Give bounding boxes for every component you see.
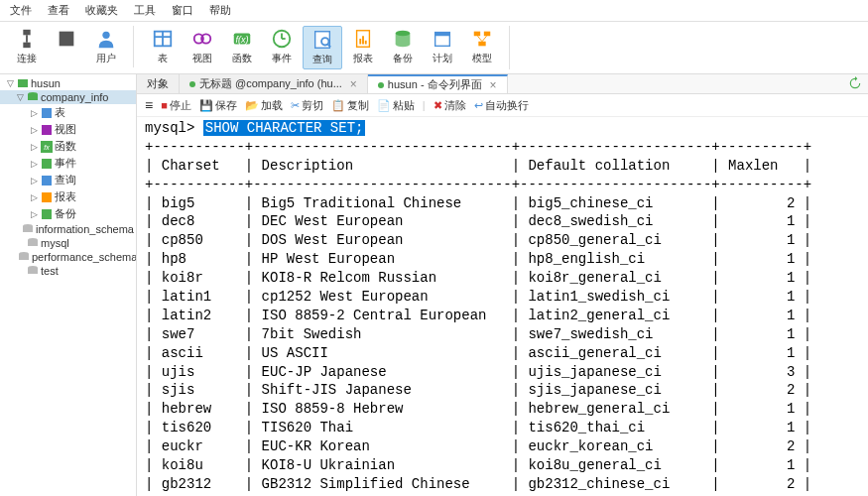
toolbar-table-button[interactable]: 表 xyxy=(144,26,182,69)
user-icon xyxy=(95,28,117,50)
database-test[interactable]: test xyxy=(0,264,136,278)
sql-prompt-line: mysql> SHOW CHARACTER SET; xyxy=(145,119,860,138)
tree-label: performance_schema xyxy=(32,251,137,263)
qt-加载-button[interactable]: 📂加载 xyxy=(245,98,283,113)
toolbar-newquery-button[interactable] xyxy=(48,26,85,67)
expand-arrow-icon: ▷ xyxy=(30,159,39,169)
database-performance_schema[interactable]: performance_schema xyxy=(0,250,136,264)
qt-icon: 📋 xyxy=(331,99,345,112)
query-toolbar: ≡■停止💾保存📂加载✂剪切📋复制📄粘贴|✖清除↩自动换行 xyxy=(137,94,868,117)
db-folder-query[interactable]: ▷查询 xyxy=(0,172,136,188)
tree-label: 函数 xyxy=(55,139,76,154)
db-folder-view[interactable]: ▷视图 xyxy=(0,121,136,138)
toolbar-report-button[interactable]: 报表 xyxy=(344,26,382,69)
table-icon xyxy=(152,28,174,50)
toolbar-query-button[interactable]: 查询 xyxy=(303,26,342,69)
database-mysql[interactable]: mysql xyxy=(0,236,136,250)
qt-清除-button[interactable]: ✖清除 xyxy=(434,98,466,113)
main-toolbar: 连接用户表视图f(x)函数事件查询报表备份计划模型 xyxy=(0,22,868,74)
tree-label: mysql xyxy=(41,237,69,249)
content-area: 对象无标题 @company_info (hu...×husun - 命令列界面… xyxy=(137,74,868,496)
toolbar-model-button[interactable]: 模型 xyxy=(463,26,501,69)
tree-label: company_info xyxy=(41,91,109,103)
toolbar-label: 用户 xyxy=(96,52,116,65)
toolbar-label: 连接 xyxy=(17,52,37,65)
schedule-icon xyxy=(432,28,453,50)
connection-node[interactable]: ▽husun xyxy=(0,76,136,90)
tree-icon xyxy=(41,175,53,186)
qt-复制-button[interactable]: 📋复制 xyxy=(331,98,369,113)
database-information_schema[interactable]: information_schema xyxy=(0,222,136,236)
db-folder-table[interactable]: ▷表 xyxy=(0,104,136,121)
svg-rect-33 xyxy=(42,108,52,118)
toolbar-connect-button[interactable]: 连接 xyxy=(8,26,46,67)
toolbar-label: 模型 xyxy=(472,52,492,65)
toolbar-backup-button[interactable]: 备份 xyxy=(384,26,422,69)
close-icon[interactable]: × xyxy=(490,78,497,92)
expand-arrow-icon: ▷ xyxy=(30,192,39,202)
qt-icon: ✂ xyxy=(291,99,300,112)
svg-rect-42 xyxy=(23,226,33,232)
tree-label: 事件 xyxy=(55,156,76,171)
sidebar: ▽husun▽company_info▷表▷视图▷fx函数▷事件▷查询▷报表▷备… xyxy=(0,74,137,496)
svg-marker-49 xyxy=(855,76,857,81)
qt-icon: ■ xyxy=(161,99,168,111)
close-icon[interactable]: × xyxy=(350,77,357,91)
tree-label: test xyxy=(41,265,59,277)
db-folder-report[interactable]: ▷报表 xyxy=(0,188,136,205)
toolbar-event-button[interactable]: 事件 xyxy=(263,26,301,69)
tree-icon xyxy=(27,91,39,103)
menu-收藏夹[interactable]: 收藏夹 xyxy=(85,3,118,18)
qt-剪切-button[interactable]: ✂剪切 xyxy=(291,98,323,113)
svg-text:f(x): f(x) xyxy=(235,35,248,45)
db-folder-backup[interactable]: ▷备份 xyxy=(0,205,136,222)
svg-rect-32 xyxy=(28,94,38,100)
tree-icon: fx xyxy=(41,141,53,153)
qt-label: 自动换行 xyxy=(485,98,529,113)
tab-2[interactable]: husun - 命令列界面× xyxy=(368,74,508,93)
qt-自动换行-button[interactable]: ↩自动换行 xyxy=(474,98,529,113)
db-folder-event[interactable]: ▷事件 xyxy=(0,155,136,172)
toolbar-function-button[interactable]: f(x)函数 xyxy=(223,26,261,69)
svg-rect-40 xyxy=(42,209,52,219)
expand-arrow-icon: ▷ xyxy=(30,209,39,219)
toolbar-label: 函数 xyxy=(232,52,252,65)
tree-icon xyxy=(41,191,53,203)
database-node[interactable]: ▽company_info xyxy=(0,90,136,104)
toolbar-label: 事件 xyxy=(272,52,292,65)
toolbar-label: 报表 xyxy=(353,52,373,65)
refresh-button[interactable] xyxy=(842,74,868,93)
model-icon xyxy=(471,28,493,50)
menu-查看[interactable]: 查看 xyxy=(48,3,69,18)
qt-保存-button[interactable]: 💾保存 xyxy=(199,98,237,113)
qt-icon: ↩ xyxy=(474,99,483,112)
menu-帮助[interactable]: 帮助 xyxy=(209,3,231,18)
qt-icon: ✖ xyxy=(434,99,442,112)
svg-rect-37 xyxy=(42,159,52,169)
tab-0[interactable]: 对象 xyxy=(137,74,180,93)
toolbar-user-button[interactable]: 用户 xyxy=(87,26,125,67)
connect-icon xyxy=(16,28,38,50)
svg-rect-39 xyxy=(42,192,52,202)
qt-停止-button[interactable]: ■停止 xyxy=(161,98,191,113)
qt-icon: 📄 xyxy=(377,99,391,112)
svg-rect-25 xyxy=(474,32,480,37)
svg-point-4 xyxy=(102,32,109,39)
menu-窗口[interactable]: 窗口 xyxy=(172,3,193,18)
tab-1[interactable]: 无标题 @company_info (hu...× xyxy=(180,74,368,93)
toolbar-view-button[interactable]: 视图 xyxy=(184,26,221,69)
view-icon xyxy=(191,28,213,50)
qt-粘贴-button[interactable]: 📄粘贴 xyxy=(377,98,415,113)
newquery-icon xyxy=(56,28,77,50)
expand-arrow-icon: ▽ xyxy=(16,92,25,102)
db-folder-func[interactable]: ▷fx函数 xyxy=(0,138,136,155)
toolbar-schedule-button[interactable]: 计划 xyxy=(424,26,461,69)
sql-command: SHOW CHARACTER SET; xyxy=(203,120,366,136)
menu-icon[interactable]: ≡ xyxy=(145,97,153,113)
qt-label: 清除 xyxy=(444,98,466,113)
tree-label: information_schema xyxy=(36,223,134,235)
mysql-terminal[interactable]: mysql> SHOW CHARACTER SET;+-----------+-… xyxy=(137,117,868,496)
menu-工具[interactable]: 工具 xyxy=(134,3,156,18)
qt-label: 粘贴 xyxy=(393,98,415,113)
menu-文件[interactable]: 文件 xyxy=(10,3,32,18)
